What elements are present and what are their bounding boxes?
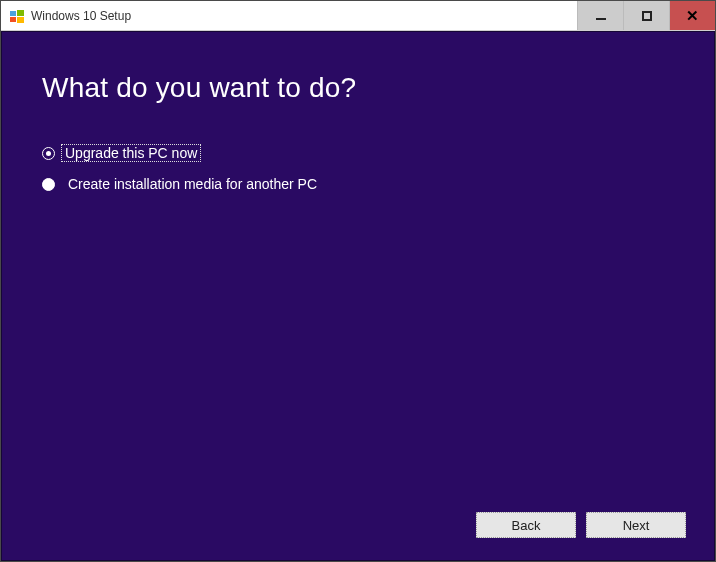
titlebar: Windows 10 Setup ✕: [1, 1, 715, 31]
content-area: What do you want to do? Upgrade this PC …: [1, 31, 715, 561]
next-button[interactable]: Next: [586, 512, 686, 538]
app-icon: [9, 8, 25, 24]
svg-rect-1: [17, 10, 24, 16]
close-button[interactable]: ✕: [669, 1, 715, 30]
window-title: Windows 10 Setup: [31, 9, 577, 23]
radio-icon: [42, 147, 55, 160]
close-icon: ✕: [686, 8, 699, 23]
radio-label: Upgrade this PC now: [61, 144, 201, 162]
radio-label: Create installation media for another PC: [65, 176, 320, 192]
back-button[interactable]: Back: [476, 512, 576, 538]
svg-rect-2: [10, 17, 16, 22]
radio-icon: [42, 178, 55, 191]
maximize-button[interactable]: [623, 1, 669, 30]
radio-option-upgrade[interactable]: Upgrade this PC now: [42, 144, 674, 162]
svg-rect-0: [10, 11, 16, 16]
window-controls: ✕: [577, 1, 715, 30]
footer-nav: Back Next: [476, 512, 686, 538]
options-group: Upgrade this PC now Create installation …: [42, 144, 674, 192]
setup-window: Windows 10 Setup ✕ What do you want to d…: [0, 0, 716, 562]
svg-rect-3: [17, 17, 24, 23]
page-heading: What do you want to do?: [42, 72, 674, 104]
minimize-button[interactable]: [577, 1, 623, 30]
radio-option-create-media[interactable]: Create installation media for another PC: [42, 176, 674, 192]
